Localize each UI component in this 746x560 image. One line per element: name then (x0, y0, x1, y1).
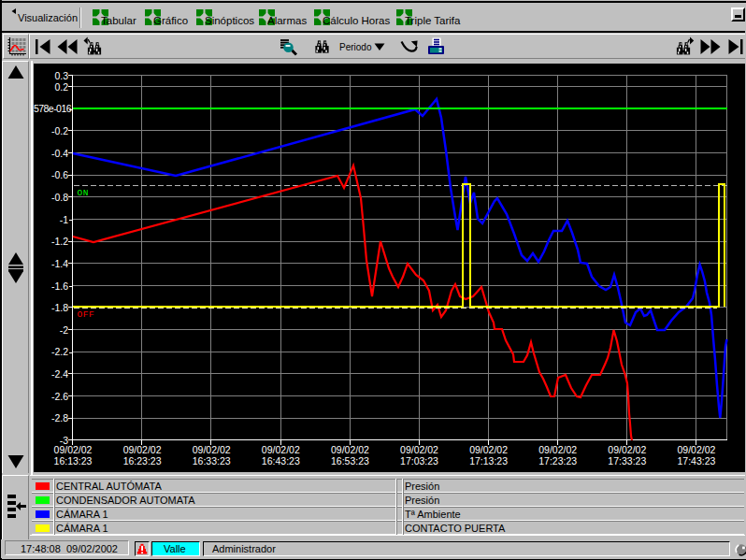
svg-text:16:53:23: 16:53:23 (331, 455, 369, 467)
svg-text:09/02/02: 09/02/02 (538, 444, 577, 455)
svg-text:16:33:23: 16:33:23 (193, 455, 231, 467)
svg-text:-0.8: -0.8 (51, 192, 68, 203)
svg-text:-1.6: -1.6 (51, 280, 68, 292)
svg-text:09/02/02: 09/02/02 (123, 444, 162, 455)
svg-text:17:13:23: 17:13:23 (469, 455, 508, 467)
svg-text:09/02/02: 09/02/02 (677, 444, 715, 455)
svg-text:-0.6: -0.6 (51, 169, 68, 180)
svg-text:0.3: 0.3 (54, 70, 68, 81)
svg-text:09/02/02: 09/02/02 (193, 444, 231, 455)
svg-text:-1: -1 (60, 214, 68, 225)
svg-text:16:13:23: 16:13:23 (54, 455, 93, 467)
svg-text:09/02/02: 09/02/02 (331, 444, 369, 455)
svg-text:17:43:23: 17:43:23 (677, 455, 715, 467)
svg-text:-1.8: -1.8 (51, 302, 68, 313)
svg-text:09/02/02: 09/02/02 (54, 444, 93, 455)
svg-text:-2.8: -2.8 (51, 412, 68, 424)
svg-text:-0.4: -0.4 (51, 148, 68, 159)
svg-text:09/02/02: 09/02/02 (400, 444, 438, 455)
svg-text:09/02/02: 09/02/02 (262, 444, 300, 455)
svg-text:-1.4: -1.4 (51, 258, 68, 269)
svg-text:-2.2: -2.2 (51, 346, 68, 357)
svg-text:-2.4: -2.4 (51, 368, 68, 380)
svg-text:-1.2: -1.2 (51, 236, 68, 247)
svg-text:0.2: 0.2 (54, 81, 68, 93)
svg-text:09/02/02: 09/02/02 (608, 444, 646, 455)
svg-text:-2: -2 (60, 324, 68, 336)
svg-text:16:43:23: 16:43:23 (262, 455, 300, 467)
svg-text:17:33:23: 17:33:23 (608, 455, 646, 467)
svg-text:578e-016: 578e-016 (34, 103, 72, 114)
svg-text:09/02/02: 09/02/02 (469, 444, 508, 455)
svg-text:16:23:23: 16:23:23 (123, 455, 162, 467)
svg-text:-0.2: -0.2 (51, 125, 68, 136)
svg-text:-2.6: -2.6 (51, 391, 68, 402)
svg-text:OFF: OFF (78, 309, 95, 320)
svg-text:ON: ON (78, 188, 89, 198)
svg-text:17:03:23: 17:03:23 (400, 455, 438, 467)
svg-text:17:23:23: 17:23:23 (538, 455, 577, 467)
